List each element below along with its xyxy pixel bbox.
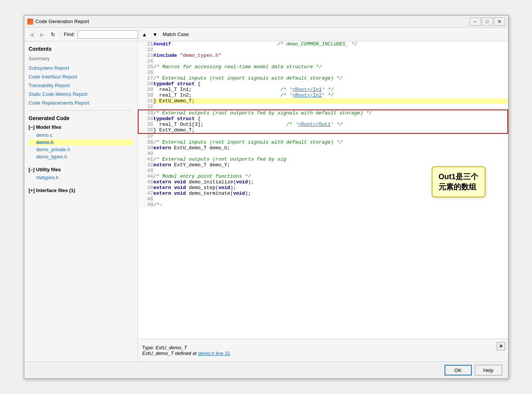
table-row: 42extern ExtY_demo_T demo_Y;	[138, 162, 508, 168]
main-content: Contents Summary Subsystem Report Code I…	[24, 41, 508, 361]
find-up-button[interactable]: ▲	[140, 30, 149, 39]
line-code: /* Model entry point functions */	[153, 174, 508, 179]
line-code: /* External outputs (root outports fed b…	[153, 110, 508, 116]
help-button[interactable]: Help	[475, 365, 502, 375]
line-code: /*-	[153, 202, 508, 208]
utility-files-header[interactable]: [–] Utility files	[29, 167, 133, 172]
table-row: 23#include "demo_types.h"	[138, 53, 508, 58]
close-button[interactable]: ✕	[494, 17, 505, 26]
back-button[interactable]: ◀	[27, 30, 36, 39]
line-number: 24	[138, 58, 153, 64]
defined-link[interactable]: demo.h line 31	[198, 350, 230, 356]
table-row: 26	[138, 70, 508, 75]
line-number: 40	[138, 151, 153, 156]
line-number: 46	[138, 185, 153, 191]
line-code	[153, 58, 508, 64]
file-demo-c[interactable]: demo.c	[29, 132, 133, 138]
line-number: 23	[138, 53, 153, 58]
line-code: /* External inputs (root inport signals …	[153, 139, 508, 145]
line-number: 32	[138, 104, 153, 110]
line-number: 29	[138, 87, 153, 92]
code-replacements-link[interactable]: Code Replacements Report	[29, 100, 133, 106]
table-row: 34typedef struct {	[138, 116, 508, 122]
table-row: 25/* Macros for accessing real-time mode…	[138, 64, 508, 70]
summary-link[interactable]: Summary	[29, 56, 133, 61]
line-number: 21	[138, 41, 153, 47]
line-code: /* External inputs (root inport signals …	[153, 75, 508, 81]
line-code: typedef struct {	[153, 116, 508, 122]
line-code: real_T In1; /* '<Root>/In1' */	[153, 87, 508, 92]
table-row: 39extern ExtU_demo_T demo_U;	[138, 145, 508, 151]
status-close-button[interactable]: ✕	[497, 342, 505, 350]
code-scroll[interactable]: 21#endif /* demo_COMMON_INCLUDES_ */22 2…	[138, 41, 508, 339]
model-files-header[interactable]: [–] Model files	[29, 124, 133, 130]
interface-files-header[interactable]: [+] Interface files (1)	[29, 188, 133, 193]
line-number: 33	[138, 110, 153, 116]
line-number: 30	[138, 92, 153, 98]
ok-button[interactable]: OK	[445, 365, 472, 375]
static-code-metrics-link[interactable]: Static Code Metrics Report	[29, 91, 133, 97]
sidebar-divider	[29, 110, 133, 111]
line-code: extern void demo_step(void);	[153, 185, 508, 191]
line-code: #endif /* demo_COMMON_INCLUDES_ */	[153, 41, 508, 47]
table-row: 28typedef struct {	[138, 81, 508, 87]
code-interface-report-link[interactable]: Code Interface Report	[29, 74, 133, 80]
line-number: 34	[138, 116, 153, 122]
traceability-report-link[interactable]: Traceability Report	[29, 83, 133, 88]
line-code: /* External outputs (root outports fed b…	[153, 156, 508, 162]
line-code: extern ExtU_demo_T demo_U;	[153, 145, 508, 151]
line-number: 48	[138, 196, 153, 202]
file-demo-private-h[interactable]: demo_private.h	[29, 147, 133, 152]
line-number: 25	[138, 64, 153, 70]
table-row: 29 real_T In1; /* '<Root>/In1' */	[138, 87, 508, 92]
line-number: 27	[138, 75, 153, 81]
line-code: typedef struct {	[153, 81, 508, 87]
line-code	[153, 70, 508, 75]
subsystem-report-link[interactable]: Subsystem Report	[29, 65, 133, 71]
table-row: 21#endif /* demo_COMMON_INCLUDES_ */	[138, 41, 508, 47]
table-row: 43	[138, 168, 508, 174]
line-code	[153, 168, 508, 174]
line-number: 26	[138, 70, 153, 75]
table-row: 27/* External inputs (root inport signal…	[138, 75, 508, 81]
line-code	[153, 104, 508, 110]
generated-code-title: Generated Code	[29, 115, 133, 121]
line-code: real_T In2; /* '<Root>/In2' */	[153, 92, 508, 98]
code-area: 21#endif /* demo_COMMON_INCLUDES_ */22 2…	[138, 41, 508, 361]
table-row: 45extern void demo_initialize(void);	[138, 179, 508, 185]
find-input[interactable]	[78, 30, 138, 39]
toolbar-separator	[61, 31, 61, 38]
contents-title: Contents	[29, 46, 133, 52]
table-row: 49/*-	[138, 202, 508, 208]
line-code	[153, 196, 508, 202]
forward-button[interactable]: ▶	[38, 30, 47, 39]
table-row: 33/* External outputs (root outports fed…	[138, 110, 508, 116]
table-row: 48	[138, 196, 508, 202]
table-row: 47extern void demo_terminate(void);	[138, 191, 508, 196]
type-value: ExtU_demo_T	[156, 345, 187, 350]
table-row: 36} ExtY_demo_T;	[138, 127, 508, 133]
sidebar: Contents Summary Subsystem Report Code I…	[24, 41, 138, 361]
line-number: 45	[138, 179, 153, 185]
table-row: 35 real_T Out1[3]; /* '<Root>/Out1' */	[138, 122, 508, 127]
maximize-button[interactable]: □	[482, 17, 493, 26]
minimize-button[interactable]: –	[470, 17, 481, 26]
refresh-button[interactable]: ↻	[48, 30, 58, 39]
table-row: 40	[138, 151, 508, 156]
find-down-button[interactable]: ▼	[150, 30, 159, 39]
line-code: } ExtY_demo_T;	[153, 127, 508, 133]
type-label: Type:	[142, 345, 154, 350]
window-controls: – □ ✕	[470, 17, 505, 26]
line-code: extern void demo_initialize(void);	[153, 179, 508, 185]
file-rtwtypes-h[interactable]: rtwtypes.h	[29, 175, 133, 180]
line-code	[153, 133, 508, 139]
line-number: 35	[138, 122, 153, 127]
line-number: 43	[138, 168, 153, 174]
file-demo-h[interactable]: demo.h	[29, 139, 133, 145]
table-row: 44/* Model entry point functions */	[138, 174, 508, 179]
status-type-line: Type: ExtU_demo_T	[142, 345, 187, 350]
find-label: Find:	[64, 31, 75, 37]
file-demo-types-h[interactable]: demo_types.h	[29, 154, 133, 159]
line-number: 49	[138, 202, 153, 208]
line-code: extern ExtY_demo_T demo_Y;	[153, 162, 508, 168]
